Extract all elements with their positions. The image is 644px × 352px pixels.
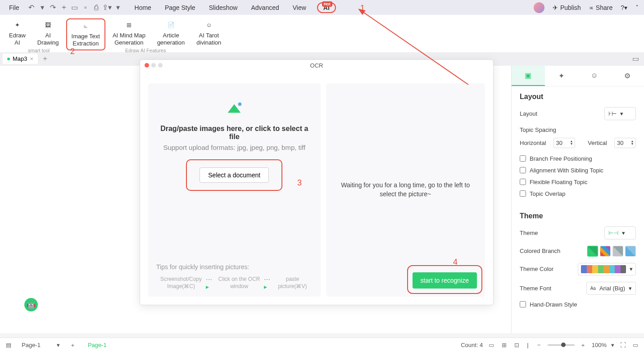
add-page-button[interactable]: ＋: [69, 341, 77, 349]
sparkle-icon: ✦: [558, 72, 564, 80]
checkbox-hand-drawn[interactable]: Hand-Drawn Style: [520, 301, 636, 308]
page-tab[interactable]: Page-1: [82, 340, 113, 350]
ribbon-tarot[interactable]: ☺ AI Tarot divination: [192, 18, 226, 50]
undo-icon[interactable]: ↶: [27, 4, 36, 12]
maximize-icon[interactable]: [158, 63, 163, 68]
menu-bar: File ↶ ▾ ↷ ＋ ▭ ▫ ⎙ ⇪▾ ▾ Home Page Style …: [0, 0, 644, 15]
annotation-1: 1: [360, 4, 365, 13]
tab-view[interactable]: View: [290, 2, 309, 13]
fullscreen-icon[interactable]: ⛶: [619, 341, 627, 349]
swatch-3[interactable]: [612, 246, 623, 257]
panel-tabs: ▣ ✦ ☺ ⚙: [512, 66, 644, 86]
ribbon-ai-drawing[interactable]: 🖼 AI Drawing: [33, 18, 63, 50]
section-theme-title: Theme: [520, 212, 636, 220]
tab-page-style[interactable]: Page Style: [162, 2, 198, 13]
view-mode-1-icon[interactable]: ▭: [487, 341, 495, 349]
zoom-out-button[interactable]: −: [535, 341, 543, 349]
ribbon-label: Image Text Extraction: [72, 33, 100, 48]
more-icon[interactable]: ▾: [114, 4, 122, 12]
swatch-2[interactable]: [600, 246, 611, 257]
chevron-down-icon[interactable]: ▾: [611, 342, 614, 348]
chevron-down-icon: ▾: [622, 230, 625, 236]
horizontal-input[interactable]: 30▴▾: [553, 138, 575, 148]
file-menu[interactable]: File: [5, 2, 23, 13]
panel-tab-layout[interactable]: ▣: [512, 66, 545, 86]
tip-step-1: Screenshot/Copy Image(⌘C): [156, 276, 206, 290]
save-icon[interactable]: ▫: [82, 4, 90, 12]
print-icon[interactable]: ⎙: [92, 4, 100, 12]
modal-titlebar: OCR: [140, 60, 493, 71]
page-dropdown[interactable]: Page-1 ▾: [17, 340, 64, 350]
swatch-1[interactable]: [587, 246, 598, 257]
mindmap-icon: ⊞: [124, 20, 134, 30]
tab-ai[interactable]: AI Hot: [317, 2, 336, 13]
doc-tab-label: Map3: [13, 55, 27, 62]
chat-fab[interactable]: 🤖: [24, 298, 38, 311]
pages-icon[interactable]: ▤: [5, 341, 13, 349]
open-icon[interactable]: ▭: [71, 4, 79, 12]
topic-spacing-label: Topic Spacing: [520, 126, 636, 133]
horizontal-label: Horizontal: [520, 140, 546, 146]
tab-advanced[interactable]: Advanced: [248, 2, 281, 13]
publish-button[interactable]: ✈ Publish: [553, 4, 581, 11]
theme-font-select[interactable]: AaArial (Big)▾: [586, 282, 636, 295]
branch-swatches: [587, 246, 636, 257]
checkbox-flexible[interactable]: Flexible Floating Topic: [520, 179, 636, 185]
ocr-modal: OCR Drag/paste images here, or click to …: [140, 59, 494, 305]
tip-step-2: Click on the OCR window: [214, 276, 264, 290]
swatch-4[interactable]: [625, 246, 636, 257]
checkbox-alignment[interactable]: Alignment With Sibling Topic: [520, 167, 636, 174]
panel-tab-settings[interactable]: ⚙: [611, 66, 644, 86]
theme-label: Theme: [520, 230, 538, 236]
ribbon-image-text-extraction[interactable]: ⎁ Image Text Extraction: [66, 18, 105, 50]
share-button[interactable]: ∝ Share: [589, 4, 612, 11]
checkbox-overlap[interactable]: Topic Overlap: [520, 190, 636, 197]
menu-right: ✈ Publish ∝ Share ?▾ ˄: [534, 2, 639, 13]
redo-icon[interactable]: ↷: [49, 4, 57, 12]
select-document-button[interactable]: Select a document: [200, 167, 269, 183]
wait-text: Waiting for you for a long time, go to t…: [335, 181, 476, 199]
export-icon[interactable]: ⇪▾: [103, 4, 111, 12]
ocr-icon: ⎁: [81, 21, 91, 31]
theme-font-label: Theme Font: [520, 285, 551, 292]
document-tab[interactable]: Map3 ×: [3, 54, 38, 64]
checkbox-branch-free[interactable]: Branch Free Positioning: [520, 155, 636, 162]
theme-color-select[interactable]: ▾: [578, 263, 636, 275]
start-recognize-button[interactable]: start to recognize: [413, 272, 477, 289]
close-icon[interactable]: [145, 63, 149, 68]
split-view-icon[interactable]: ▭: [631, 55, 639, 63]
ribbon-ai-mindmap[interactable]: ⊞ AI Mind Map Generation: [108, 18, 150, 50]
view-mode-3-icon[interactable]: ⊡: [512, 341, 521, 349]
avatar[interactable]: [534, 2, 544, 13]
view-mode-2-icon[interactable]: ⊞: [500, 341, 508, 349]
undo-dropdown-icon[interactable]: ▾: [38, 4, 46, 12]
zoom-in-button[interactable]: ＋: [579, 341, 587, 349]
fit-icon[interactable]: ▭: [631, 341, 639, 349]
layout-select[interactable]: ⊦⊢▾: [604, 107, 636, 120]
ribbon-edraw-ai[interactable]: ✦ Edraw AI: [5, 18, 30, 50]
theme-select[interactable]: ⊢⊣▾: [604, 226, 636, 239]
colored-branch-label: Colored Branch: [520, 248, 560, 254]
help-button[interactable]: ?▾: [621, 4, 627, 11]
ribbon-article-generation[interactable]: 📄 Article generation: [153, 18, 189, 50]
tab-slideshow[interactable]: Slideshow: [206, 2, 240, 13]
new-icon[interactable]: ＋: [60, 4, 68, 12]
vertical-input[interactable]: 30▴▾: [614, 138, 636, 148]
upload-image-icon: [223, 99, 245, 117]
collapse-ribbon-icon[interactable]: ˄: [635, 4, 639, 11]
publish-label: Publish: [560, 4, 581, 11]
add-tab-button[interactable]: ＋: [41, 54, 50, 63]
minimize-icon[interactable]: [151, 63, 156, 68]
close-tab-icon[interactable]: ×: [30, 55, 34, 62]
svg-point-0: [238, 103, 242, 106]
quick-toolbar: ↶ ▾ ↷ ＋ ▭ ▫ ⎙ ⇪▾ ▾: [27, 4, 122, 12]
panel-tab-emoji[interactable]: ☺: [578, 66, 611, 86]
drop-pane[interactable]: Drag/paste images here, or click to sele…: [148, 83, 321, 297]
panel-tab-style[interactable]: ✦: [545, 66, 578, 86]
zoom-slider[interactable]: [548, 344, 575, 346]
vertical-label: Vertical: [588, 140, 607, 146]
tab-home[interactable]: Home: [132, 2, 154, 13]
hot-badge: Hot: [322, 1, 332, 7]
tip-step-3: paste picture(⌘V): [272, 276, 312, 290]
group-label-features: Edraw AI Features: [125, 48, 166, 53]
